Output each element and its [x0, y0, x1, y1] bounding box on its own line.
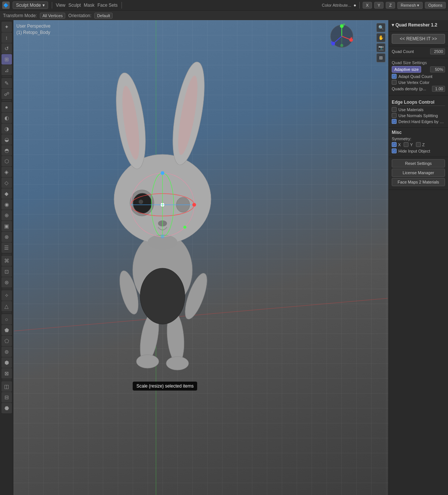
mask-tool-btn[interactable]: ⊕ — [1, 210, 12, 220]
svg-point-9 — [139, 200, 143, 204]
line-project-btn[interactable]: △ — [1, 301, 12, 311]
face-sets-menu[interactable]: Face Sets — [98, 3, 118, 8]
options-btn[interactable]: Options — [425, 2, 446, 9]
transform-mode-label: Transform Mode: — [3, 13, 37, 18]
hide-input-object-checkbox[interactable]: ✓ — [392, 148, 397, 153]
use-materials-checkbox[interactable] — [392, 107, 397, 112]
lasso-mask-btn[interactable]: ⊗ — [1, 232, 12, 242]
use-vertex-color-row: Use Vertex Color — [392, 80, 445, 85]
separator — [52, 2, 52, 9]
inflate-tool-btn[interactable]: ◒ — [1, 134, 12, 145]
license-manager-button[interactable]: License Manager — [392, 169, 445, 177]
pose-btn[interactable]: ⬟ — [1, 325, 12, 335]
adapt-quad-count-checkbox[interactable]: ✓ — [392, 74, 397, 79]
annotate-tool-btn[interactable]: ✎ — [1, 78, 12, 88]
detect-hard-edges-checkbox[interactable]: ✓ — [392, 119, 397, 124]
mask-menu[interactable]: Mask — [84, 3, 95, 8]
sym-y-checkbox[interactable] — [404, 142, 408, 147]
box-mask-btn[interactable]: ▣ — [1, 221, 12, 231]
trim-tool-btn[interactable]: ✧ — [1, 290, 12, 301]
tool-separator-2 — [2, 100, 11, 101]
sculpt-mode-label: Sculpt Mode — [16, 3, 41, 8]
paint-btn[interactable]: ⊟ — [1, 392, 12, 402]
scrape-tool-btn[interactable]: ◆ — [1, 188, 12, 199]
measure-tool-btn[interactable]: ☍ — [1, 89, 12, 99]
draw-tool-btn[interactable]: ● — [1, 102, 12, 112]
pan-btn[interactable]: ✋ — [376, 33, 385, 42]
transform-tool-btn[interactable]: ⊿ — [1, 65, 12, 75]
sculpt-mode-dropdown[interactable]: Sculpt Mode ▾ — [13, 1, 48, 9]
svg-point-17 — [140, 268, 185, 324]
move-tool-btn[interactable]: ↕ — [1, 32, 12, 43]
quad-count-section: Quad Count 2500 — [389, 46, 448, 58]
reset-settings-button[interactable]: Reset Settings — [392, 159, 445, 167]
scale-tool-btn[interactable]: ⊞ — [1, 54, 12, 65]
smear-btn[interactable]: ⬣ — [1, 403, 12, 413]
use-normals-splitting-checkbox[interactable] — [392, 113, 397, 118]
svg-point-16 — [166, 357, 189, 370]
quad-size-section: Quad Size Settings Adaptive size 50% ✓ A… — [389, 58, 448, 95]
zoom-in-btn[interactable]: 🔍 — [376, 23, 385, 32]
fill-tool-btn[interactable]: ◇ — [1, 178, 12, 188]
box-face-sets-btn[interactable]: ⊡ — [1, 266, 12, 277]
color-attr-dot: ● — [353, 3, 356, 8]
remesh-it-button[interactable]: << REMESH IT >> — [392, 34, 445, 44]
thumb-tool-btn[interactable]: ◈ — [1, 167, 12, 177]
adaptive-size-button[interactable]: Adaptive size — [392, 66, 421, 73]
face-maps-button[interactable]: Face Maps 2 Materials — [392, 178, 445, 186]
sym-x-label: X — [398, 142, 401, 147]
use-normals-splitting-label: Use Normals Splitting — [398, 113, 438, 118]
orientation-select[interactable]: Default — [94, 13, 113, 19]
sym-x-checkbox[interactable]: ✓ — [392, 142, 397, 147]
camera-btn[interactable]: 📷 — [376, 43, 385, 52]
separator2 — [122, 2, 122, 9]
rotate-tool-btn[interactable]: ↺ — [1, 43, 12, 54]
tool-separator-5 — [2, 313, 11, 313]
y-axis-btn[interactable]: Y — [374, 2, 384, 9]
slide-btn[interactable]: ⬢ — [1, 357, 12, 368]
grab-tool-btn[interactable]: ◓ — [1, 145, 12, 156]
viewport[interactable]: User Perspective (1) Retopo_Body — [13, 20, 388, 495]
grid-btn[interactable]: ⊞ — [376, 53, 385, 62]
use-vertex-color-checkbox[interactable] — [392, 80, 397, 85]
separator3 — [359, 2, 360, 9]
detect-hard-edges-row: ✓ Detect Hard Edges by a... — [392, 119, 445, 124]
top-bar: 🔷 Sculpt Mode ▾ View Sculpt Mask Face Se… — [0, 0, 448, 10]
face-sets-btn[interactable]: ⌘ — [1, 256, 12, 266]
adaptive-size-pct[interactable]: 50% — [430, 66, 445, 72]
pinch-tool-btn[interactable]: ◑ — [1, 123, 12, 134]
orientation-gizmo: Y X Z — [329, 23, 355, 49]
character-svg — [51, 39, 274, 375]
quads-density-value[interactable]: 1.00 — [432, 86, 445, 92]
transform-mode-select[interactable]: All Vertices — [40, 13, 65, 19]
smooth-tool-btn[interactable]: ◐ — [1, 113, 12, 123]
svg-text:X: X — [350, 36, 353, 40]
rotate2-btn[interactable]: ⊚ — [1, 347, 12, 357]
view-menu[interactable]: View — [56, 3, 66, 8]
sculpt-menu[interactable]: Sculpt — [69, 3, 81, 8]
quad-count-value[interactable]: 2500 — [430, 48, 445, 54]
line-mask-btn[interactable]: ☰ — [1, 242, 12, 253]
nudge-btn[interactable]: ⬠ — [1, 336, 12, 346]
lasso-face-sets-btn[interactable]: ⊛ — [1, 277, 12, 288]
sym-z-checkbox[interactable] — [416, 142, 421, 147]
multires-tool-btn[interactable]: ◉ — [1, 199, 12, 210]
boundary-btn[interactable]: ⊠ — [1, 368, 12, 379]
quad-size-subtitle: Quad Size Settings — [392, 60, 445, 65]
cursor-tool-btn[interactable]: ✦ — [1, 22, 12, 32]
quads-density-label: Quads density (p... — [392, 87, 430, 91]
tool-separator-6 — [2, 380, 11, 380]
adapt-quad-count-label: Adapt Quad Count — [398, 74, 432, 79]
right-panel: ▾ Quad Remesher 1.2 << REMESH IT >> Quad… — [388, 20, 448, 495]
x-axis-btn[interactable]: X — [363, 2, 372, 9]
use-vertex-color-label: Use Vertex Color — [398, 80, 429, 85]
simplify-btn[interactable]: ◫ — [1, 381, 12, 392]
z-axis-btn[interactable]: Z — [386, 2, 395, 9]
remesh-btn[interactable]: Remesh ▾ — [397, 2, 423, 9]
svg-point-29 — [161, 235, 164, 238]
color-attr-label: Color Attribute... — [322, 3, 351, 7]
elastic-btn[interactable]: ○ — [1, 314, 12, 325]
snake-hook-tool-btn[interactable]: ⬡ — [1, 156, 12, 166]
symmetry-axes-row: ✓ X Y Z — [392, 142, 445, 147]
remesh-section: << REMESH IT >> — [389, 32, 448, 46]
